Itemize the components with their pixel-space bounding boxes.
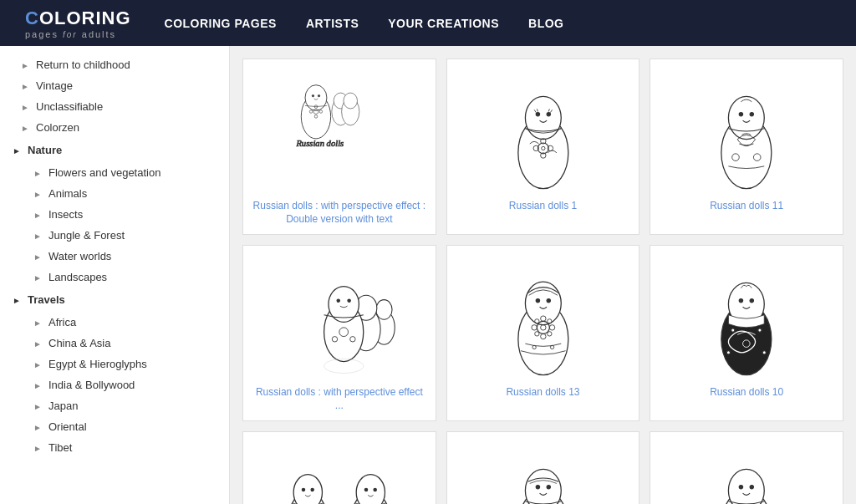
sidebar-item-colorzen[interactable]: ► Colorzen — [0, 117, 229, 138]
sidebar-item-india[interactable]: ► India & Bollywood — [13, 374, 229, 395]
svg-point-43 — [525, 282, 561, 324]
card-9[interactable] — [650, 431, 843, 504]
sidebar-item-oriental[interactable]: ► Oriental — [13, 416, 229, 437]
sidebar: ► Return to childhood ► Vintage ► Unclas… — [0, 46, 230, 504]
card-8[interactable] — [446, 431, 640, 504]
sidebar-item-landscapes[interactable]: ► Landscapes — [13, 267, 229, 288]
sidebar-item-return-to-childhood[interactable]: ► Return to childhood — [0, 54, 229, 75]
svg-text:Russian dolls: Russian dolls — [295, 139, 344, 148]
chevron-right-icon: ► — [33, 211, 42, 219]
chevron-right-icon: ► — [33, 339, 42, 348]
logo-top: COLORING — [25, 8, 131, 29]
svg-point-25 — [729, 96, 765, 139]
card-title: Russian dolls 13 — [506, 386, 579, 400]
svg-point-61 — [750, 299, 753, 303]
sidebar-item-china[interactable]: ► China & Asia — [13, 333, 229, 354]
card-russian-dolls-13[interactable]: Russian dolls 13 — [446, 245, 640, 421]
sidebar-item-japan[interactable]: ► Japan — [13, 395, 229, 416]
svg-point-16 — [536, 113, 539, 116]
svg-point-78 — [374, 489, 376, 491]
svg-point-3 — [344, 93, 358, 109]
chevron-right-icon: ► — [33, 190, 42, 198]
card-russian-dolls-11[interactable]: Russian dolls 11 — [650, 59, 843, 235]
nav-your-creations[interactable]: YOUR CREATIONS — [388, 17, 499, 30]
card-image — [659, 440, 834, 504]
card-title: Russian dolls : with perspective effect … — [252, 200, 427, 226]
sidebar-item-egypt[interactable]: ► Egypt & Hieroglyphs — [13, 354, 229, 374]
card-russian-dolls-perspective-text[interactable]: Russian dolls Russian dolls : with persp… — [242, 59, 436, 235]
chevron-right-icon: ► — [33, 444, 42, 452]
card-russian-dolls-face-to-face[interactable]: Russian dolls : with perspective effect … — [242, 431, 436, 504]
chevron-right-icon: ► — [21, 103, 29, 111]
card-image — [456, 254, 631, 379]
sidebar-section-travels[interactable]: ► Travels — [0, 288, 229, 312]
card-image — [659, 68, 834, 193]
header: COLORING pages for adults COLORING PAGES… — [0, 0, 856, 46]
chevron-right-icon: ► — [13, 296, 21, 304]
nav-coloring-pages[interactable]: COLORING PAGES — [165, 17, 277, 30]
svg-point-69 — [302, 489, 304, 491]
svg-point-7 — [318, 94, 319, 96]
nav-artists[interactable]: ARTISTS — [306, 17, 359, 30]
chevron-right-icon: ► — [33, 360, 42, 369]
card-russian-dolls-1[interactable]: Russian dolls 1 — [446, 59, 640, 235]
main-nav: COLORING PAGES ARTISTS YOUR CREATIONS BL… — [165, 17, 564, 30]
svg-point-70 — [311, 489, 313, 491]
logo: COLORING pages for adults — [25, 8, 131, 39]
card-title: Russian dolls 11 — [710, 200, 783, 213]
sidebar-item-flowers[interactable]: ► Flowers and vegetation — [13, 162, 229, 183]
sidebar-section-nature[interactable]: ► Nature — [0, 138, 229, 162]
sidebar-item-insects[interactable]: ► Insects — [13, 204, 229, 225]
sidebar-item-africa[interactable]: ► Africa — [13, 312, 229, 333]
card-title: Russian dolls 10 — [710, 386, 783, 400]
sidebar-item-jungle[interactable]: ► Jungle & Forest — [13, 225, 229, 246]
card-russian-dolls-perspective[interactable]: Russian dolls : with perspective effect … — [242, 245, 436, 421]
svg-point-63 — [731, 328, 735, 332]
sidebar-item-unclassifiable[interactable]: ► Unclassifiable — [0, 96, 229, 117]
chevron-right-icon: ► — [13, 146, 21, 155]
logo-bottom: pages for adults — [25, 29, 131, 39]
svg-point-86 — [547, 486, 550, 489]
svg-point-60 — [740, 299, 743, 303]
svg-point-68 — [293, 475, 322, 504]
card-image — [456, 440, 631, 504]
sidebar-item-water-worlds[interactable]: ► Water worlds — [13, 246, 229, 267]
chevron-right-icon: ► — [33, 252, 42, 261]
chevron-right-icon: ► — [33, 318, 42, 327]
svg-point-89 — [740, 486, 743, 489]
svg-point-17 — [547, 113, 550, 116]
card-image — [456, 68, 631, 193]
card-image — [252, 440, 427, 504]
chevron-right-icon: ► — [33, 402, 42, 410]
sidebar-item-vintage[interactable]: ► Vintage — [0, 75, 229, 96]
card-title: Russian dolls : with perspective effect … — [252, 386, 427, 412]
chevron-right-icon: ► — [33, 273, 42, 282]
svg-point-85 — [536, 486, 539, 489]
nav-blog[interactable]: BLOG — [528, 17, 563, 30]
card-russian-dolls-10[interactable]: Russian dolls 10 — [650, 245, 843, 421]
chevron-right-icon: ► — [33, 232, 42, 240]
card-title: Russian dolls 1 — [509, 200, 577, 213]
svg-point-45 — [547, 299, 550, 303]
svg-point-6 — [312, 94, 313, 96]
chevron-right-icon: ► — [33, 423, 42, 431]
chevron-right-icon: ► — [21, 124, 29, 132]
svg-point-37 — [348, 299, 350, 302]
sidebar-item-animals[interactable]: ► Animals — [13, 183, 229, 204]
svg-point-64 — [758, 328, 762, 332]
svg-point-66 — [762, 351, 766, 354]
sidebar-item-tibet[interactable]: ► Tibet — [13, 437, 229, 458]
card-image: Russian dolls — [252, 68, 427, 193]
main-content: Russian dolls Russian dolls : with persp… — [230, 46, 856, 504]
svg-point-26 — [740, 113, 743, 116]
chevron-right-icon: ► — [33, 381, 42, 389]
svg-point-36 — [337, 299, 339, 302]
card-image — [252, 254, 427, 379]
chevron-right-icon: ► — [21, 61, 29, 69]
svg-point-77 — [364, 489, 367, 491]
svg-point-44 — [536, 299, 539, 303]
svg-point-31 — [376, 300, 392, 320]
chevron-right-icon: ► — [33, 169, 42, 177]
card-image — [659, 254, 834, 379]
card-grid: Russian dolls Russian dolls : with persp… — [242, 59, 843, 504]
